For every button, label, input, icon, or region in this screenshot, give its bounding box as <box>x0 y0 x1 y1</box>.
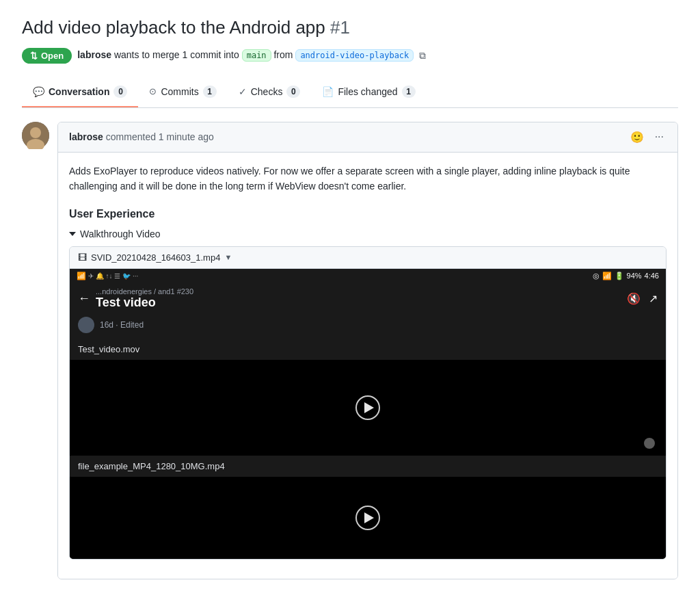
pr-title-text: Add video playback to the Android app <box>22 17 325 38</box>
comment-author[interactable]: labrose <box>69 131 103 142</box>
pr-meta-description: labrose wants to merge 1 commit into mai… <box>77 49 414 62</box>
tab-files-changed-label: Files changed <box>338 86 397 97</box>
phone-subtitle-text: 16d · Edited <box>100 320 144 330</box>
tabs-bar: 💬 Conversation 0 ⊙ Commits 1 ✓ Checks 0 … <box>22 77 678 108</box>
phone-time: 4:46 <box>645 272 659 280</box>
pr-author: labrose <box>77 49 111 60</box>
phone-status-bar: 📶 ✈ 🔔 ↑↓ ☰ 🐦 ··· ◎ 📶 🔋 94% 4:46 <box>70 269 666 283</box>
nav-path: ...ndroidenergies / and1 #230 <box>96 287 627 296</box>
triangle-down-icon <box>69 232 76 236</box>
video-attachment-box: 🎞 SVID_20210428_164603_1.mp4 ▼ 📶 ✈ 🔔 ↑↓ … <box>69 246 667 560</box>
files-changed-icon: 📄 <box>322 86 334 97</box>
battery-level: 94% <box>627 272 642 280</box>
comment-subheading: User Experience <box>69 205 667 220</box>
nav-title: Test video <box>96 296 627 310</box>
tab-files-changed[interactable]: 📄 Files changed 1 <box>311 77 426 107</box>
open-icon: ⇅ <box>30 51 38 61</box>
tab-files-changed-count: 1 <box>402 86 416 98</box>
first-play-button[interactable] <box>355 395 380 420</box>
comment-time: 1 minute ago <box>159 131 214 142</box>
dropdown-arrow-icon[interactable]: ▼ <box>224 253 232 261</box>
phone-screen: 📶 ✈ 🔔 ↑↓ ☰ 🐦 ··· ◎ 📶 🔋 94% 4:46 <box>70 269 666 559</box>
share-icon[interactable]: ↗ <box>649 292 658 305</box>
comment-action: commented 1 minute ago <box>106 131 214 142</box>
nav-center: ...ndroidenergies / and1 #230 Test video <box>90 287 627 310</box>
nav-actions: 🔇 ↗ <box>627 292 658 305</box>
branch-feature-tag[interactable]: android-video-playback <box>295 49 414 62</box>
comment-action-text: commented <box>106 131 156 142</box>
tab-checks-count: 0 <box>286 86 300 98</box>
conversation-icon: 💬 <box>33 86 44 97</box>
data-icons: 📶 🔋 <box>602 272 623 280</box>
second-play-button[interactable] <box>355 506 380 530</box>
phone-status-left: 📶 ✈ 🔔 ↑↓ ☰ 🐦 ··· <box>77 272 138 280</box>
comment-body: Adds ExoPlayer to reproduce videos nativ… <box>58 153 677 579</box>
second-file-row: file_example_MP4_1280_10MG.mp4 <box>70 456 666 477</box>
open-badge: ⇅ Open <box>22 48 72 64</box>
phone-status-right: ◎ 📶 🔋 94% 4:46 <box>593 272 659 280</box>
signal-icons: ✈ 🔔 ↑↓ ☰ 🐦 ··· <box>88 272 138 280</box>
commits-icon: ⊙ <box>149 86 157 96</box>
small-avatar <box>78 317 94 333</box>
second-play-triangle <box>364 512 374 523</box>
tab-conversation-label: Conversation <box>49 86 109 97</box>
pr-title: Add video playback to the Android app #1 <box>22 16 678 40</box>
wifi-icon: 📶 <box>77 272 86 280</box>
second-file-name: file_example_MP4_1280_10MG.mp4 <box>78 461 225 471</box>
svg-point-1 <box>30 127 41 138</box>
tab-commits[interactable]: ⊙ Commits 1 <box>138 77 227 107</box>
walkthrough-toggle[interactable]: Walkthrough Video <box>69 228 667 239</box>
comment-text: Adds ExoPlayer to reproduce videos nativ… <box>69 163 667 194</box>
comment-box: labrose commented 1 minute ago 🙂 ··· Add… <box>57 122 678 579</box>
comment-header: labrose commented 1 minute ago 🙂 ··· <box>58 122 677 153</box>
tab-checks-label: Checks <box>251 86 283 97</box>
phone-nav-bar: ← ...ndroidenergies / and1 #230 Test vid… <box>70 283 666 314</box>
pr-meta-action: wants to merge 1 commit into <box>114 49 239 60</box>
pr-number: #1 <box>330 17 350 38</box>
page-wrapper: Add video playback to the Android app #1… <box>0 0 700 596</box>
attachment-filename: SVID_20210428_164603_1.mp4 <box>91 252 220 263</box>
tab-conversation[interactable]: 💬 Conversation 0 <box>22 77 138 107</box>
pr-meta: ⇅ Open labrose wants to merge 1 commit i… <box>22 48 678 64</box>
emoji-reaction-button[interactable]: 🙂 <box>628 129 647 145</box>
walkthrough-section: Walkthrough Video 🎞 SVID_20210428_164603… <box>69 228 667 560</box>
tab-commits-label: Commits <box>161 86 198 97</box>
copy-branch-icon[interactable]: ⧉ <box>419 50 426 62</box>
first-play-triangle <box>364 402 374 413</box>
author-avatar <box>22 122 49 149</box>
comment-header-right: 🙂 ··· <box>628 129 667 145</box>
comment-header-left: labrose commented 1 minute ago <box>69 131 214 142</box>
comment-section: labrose commented 1 minute ago 🙂 ··· Add… <box>22 122 678 579</box>
location-icon: ◎ <box>593 272 600 280</box>
tab-checks[interactable]: ✓ Checks 0 <box>228 77 312 107</box>
first-file-row: Test_video.mov <box>70 339 666 360</box>
checks-icon: ✓ <box>239 86 247 97</box>
seek-indicator <box>644 438 655 449</box>
second-video-player[interactable] <box>70 477 666 559</box>
tab-conversation-count: 0 <box>113 86 127 98</box>
branch-main-tag[interactable]: main <box>242 49 271 62</box>
mute-icon[interactable]: 🔇 <box>627 292 641 305</box>
attachment-header: 🎞 SVID_20210428_164603_1.mp4 ▼ <box>70 247 666 269</box>
more-options-button[interactable]: ··· <box>652 129 667 144</box>
film-icon: 🎞 <box>78 252 87 263</box>
from-text: from <box>273 49 295 60</box>
walkthrough-label: Walkthrough Video <box>80 228 161 239</box>
first-file-name: Test_video.mov <box>78 344 139 354</box>
tab-commits-count: 1 <box>203 86 217 98</box>
back-arrow-icon[interactable]: ← <box>78 291 90 306</box>
phone-subtitle-bar: 16d · Edited <box>70 314 666 339</box>
open-badge-label: Open <box>41 51 64 61</box>
first-video-player[interactable] <box>70 360 666 456</box>
